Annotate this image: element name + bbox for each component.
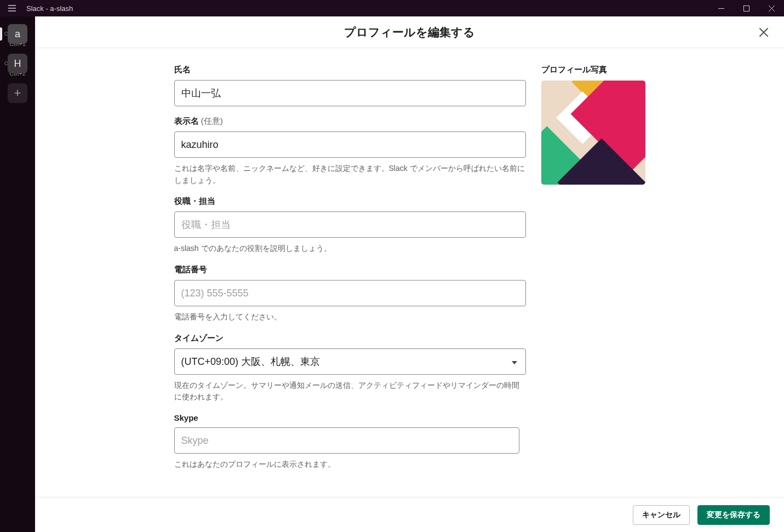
- skype-input[interactable]: [174, 427, 519, 454]
- window-minimize-button[interactable]: [708, 0, 734, 16]
- full-name-input[interactable]: [174, 80, 526, 106]
- window-close-button[interactable]: [759, 0, 784, 16]
- full-name-label: 氏名: [174, 65, 526, 75]
- workspace-switcher-item-1[interactable]: H: [8, 54, 27, 73]
- role-input[interactable]: [174, 211, 526, 238]
- svg-rect-0: [743, 5, 749, 11]
- profile-photo[interactable]: [541, 81, 645, 185]
- workspace-switcher-item-0[interactable]: a: [8, 24, 27, 44]
- display-name-label: 表示名 (任意): [174, 116, 526, 127]
- window-title: Slack - a-slash: [24, 4, 708, 13]
- workspace-letter: H: [14, 58, 21, 70]
- save-button[interactable]: 変更を保存する: [697, 505, 770, 525]
- photo-label: プロフィール写真: [541, 65, 645, 75]
- role-label: 役職・担当: [174, 196, 526, 207]
- timezone-label: タイムゾーン: [174, 333, 526, 344]
- cancel-button[interactable]: キャンセル: [633, 505, 690, 525]
- phone-input[interactable]: [174, 280, 526, 306]
- modal-close-button[interactable]: [756, 24, 772, 41]
- skype-help: これはあなたのプロフィールに表示されます。: [174, 459, 526, 471]
- display-name-help: これは名字や名前、ニックネームなど、好きに設定できます。Slack でメンバーか…: [174, 163, 526, 186]
- workspace-letter: a: [15, 28, 20, 40]
- skype-label: Skype: [174, 413, 526, 422]
- window-maximize-button[interactable]: [734, 0, 759, 16]
- hamburger-menu-button[interactable]: [0, 0, 24, 16]
- modal-title: プロフィールを編集する: [344, 25, 475, 40]
- avatar-placeholder-icon: [541, 81, 645, 185]
- close-icon: [758, 27, 769, 38]
- phone-help: 電話番号を入力してください。: [174, 311, 526, 323]
- timezone-help: 現在のタイムゾーン。サマリーや通知メールの送信、アクティビティフィードやリマイン…: [174, 380, 526, 403]
- add-workspace-button[interactable]: +: [8, 83, 27, 103]
- display-name-input[interactable]: [174, 131, 526, 158]
- phone-label: 電話番号: [174, 265, 526, 275]
- timezone-select[interactable]: (UTC+09:00) 大阪、札幌、東京: [174, 348, 526, 375]
- role-help: a-slash でのあなたの役割を説明しましょう。: [174, 243, 526, 255]
